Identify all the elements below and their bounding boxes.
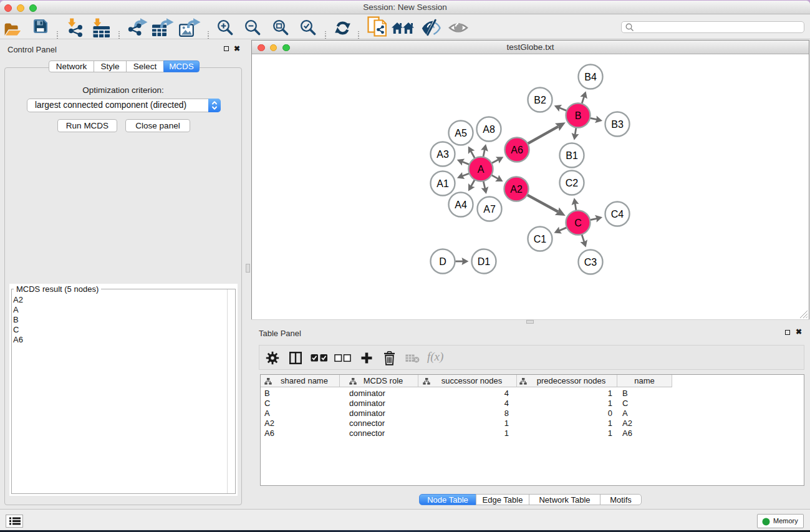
svg-text:A1: A1 xyxy=(436,178,449,189)
svg-text:A: A xyxy=(478,164,485,175)
svg-text:B1: B1 xyxy=(566,150,578,161)
svg-text:A3: A3 xyxy=(436,149,449,160)
svg-text:C: C xyxy=(574,218,582,228)
svg-text:C3: C3 xyxy=(584,257,597,268)
svg-text:B4: B4 xyxy=(584,72,597,82)
svg-text:A8: A8 xyxy=(483,124,495,135)
svg-text:A7: A7 xyxy=(483,204,496,215)
svg-text:B3: B3 xyxy=(611,119,624,130)
svg-text:A4: A4 xyxy=(455,200,467,210)
svg-text:C1: C1 xyxy=(534,234,547,244)
svg-text:B2: B2 xyxy=(534,95,546,105)
svg-text:D1: D1 xyxy=(478,256,491,267)
svg-text:A6: A6 xyxy=(511,145,523,155)
svg-text:A5: A5 xyxy=(455,128,467,138)
svg-text:B: B xyxy=(575,110,582,121)
svg-text:A2: A2 xyxy=(510,184,523,195)
svg-text:D: D xyxy=(439,256,446,267)
svg-text:C4: C4 xyxy=(611,209,624,220)
svg-text:C2: C2 xyxy=(566,178,579,188)
